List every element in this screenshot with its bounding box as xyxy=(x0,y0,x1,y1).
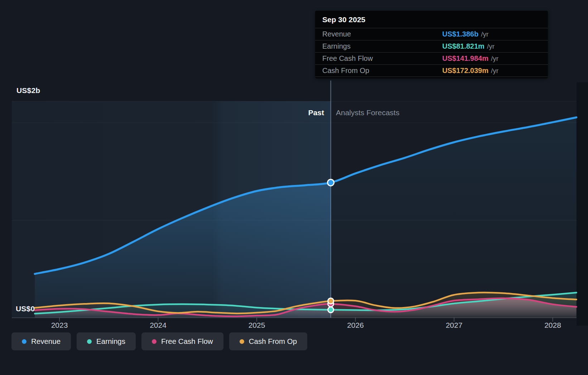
tooltip-row-fcf: Free Cash FlowUS$141.984m/yr xyxy=(315,52,548,64)
tooltip-value: US$81.821m xyxy=(442,42,485,50)
tooltip-row-earnings: EarningsUS$81.821m/yr xyxy=(315,40,548,52)
cashop-marker xyxy=(328,298,334,304)
analysts-forecasts-label: Analysts Forecasts xyxy=(336,107,399,118)
legend-label: Cash From Op xyxy=(249,337,297,346)
tooltip-value: US$172.039m xyxy=(442,67,488,75)
tooltip-label: Cash From Op xyxy=(322,67,442,75)
past-label: Past xyxy=(251,107,324,118)
y-axis-label-top: US$2b xyxy=(16,86,40,95)
legend-label: Free Cash Flow xyxy=(161,337,213,346)
x-axis-label-2027: 2027 xyxy=(433,321,476,330)
revenue-legend-dot xyxy=(22,339,26,344)
tooltip-date: Sep 30 2025 xyxy=(315,11,548,28)
earnings-legend-dot xyxy=(87,339,92,344)
x-axis-label-2024: 2024 xyxy=(137,321,180,330)
right-margin-shade xyxy=(577,82,588,326)
legend-item-revenue[interactable]: Revenue xyxy=(11,332,71,350)
x-axis-label-2028: 2028 xyxy=(531,321,574,330)
tooltip-value: US$141.984m xyxy=(442,54,488,63)
earnings-marker xyxy=(328,307,334,313)
tooltip-suffix: /yr xyxy=(481,30,488,38)
tooltip-label: Free Cash Flow xyxy=(322,54,442,63)
legend-label: Revenue xyxy=(31,337,61,346)
tooltip-label: Revenue xyxy=(322,30,442,38)
tooltip-suffix: /yr xyxy=(487,43,495,50)
tooltip-row-cashop: Cash From OpUS$172.039m/yr xyxy=(315,64,548,77)
tooltip-row-revenue: RevenueUS$1.386b/yr xyxy=(315,28,548,40)
x-axis-label-2023: 2023 xyxy=(38,321,81,330)
legend-item-fcf[interactable]: Free Cash Flow xyxy=(141,332,223,350)
x-axis-label-2025: 2025 xyxy=(235,321,278,330)
tooltip-label: Earnings xyxy=(322,42,442,50)
tooltip-suffix: /yr xyxy=(491,55,498,63)
x-axis-label-2026: 2026 xyxy=(334,321,377,330)
tooltip-value: US$1.386b xyxy=(442,30,478,38)
fcf-legend-dot xyxy=(152,339,156,344)
revenue-marker xyxy=(328,179,334,186)
legend: RevenueEarningsFree Cash FlowCash From O… xyxy=(11,332,307,350)
cashop-legend-dot xyxy=(240,339,244,344)
legend-item-earnings[interactable]: Earnings xyxy=(77,332,136,350)
chart-root: US$2b US$0 Past Analysts Forecasts 20232… xyxy=(0,0,588,375)
y-axis-label-zero: US$0 xyxy=(16,305,35,313)
legend-label: Earnings xyxy=(96,337,125,346)
tooltip-suffix: /yr xyxy=(491,67,498,75)
tooltip: Sep 30 2025 RevenueUS$1.386b/yrEarningsU… xyxy=(315,11,548,78)
legend-item-cashop[interactable]: Cash From Op xyxy=(229,332,307,350)
